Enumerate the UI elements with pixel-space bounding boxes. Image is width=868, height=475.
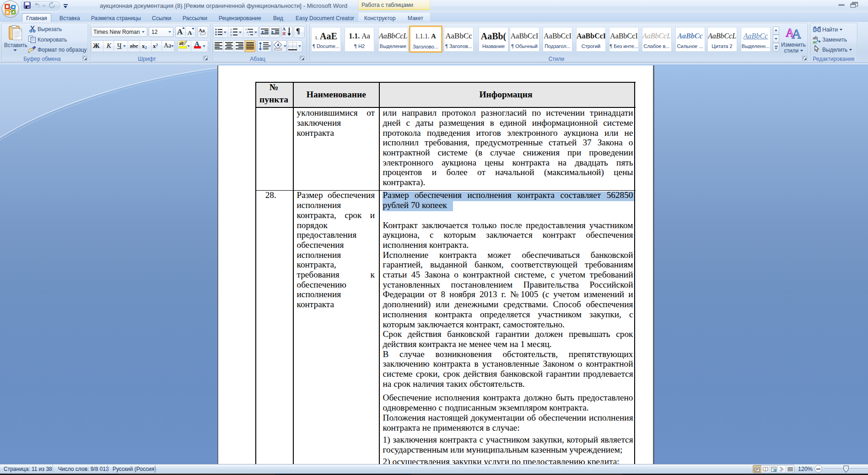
svg-text:i: i	[248, 33, 248, 36]
svg-text:2: 2	[230, 31, 232, 33]
svg-text:A: A	[792, 26, 801, 39]
svg-text:3: 3	[230, 34, 232, 37]
svg-text:1: 1	[230, 28, 232, 31]
